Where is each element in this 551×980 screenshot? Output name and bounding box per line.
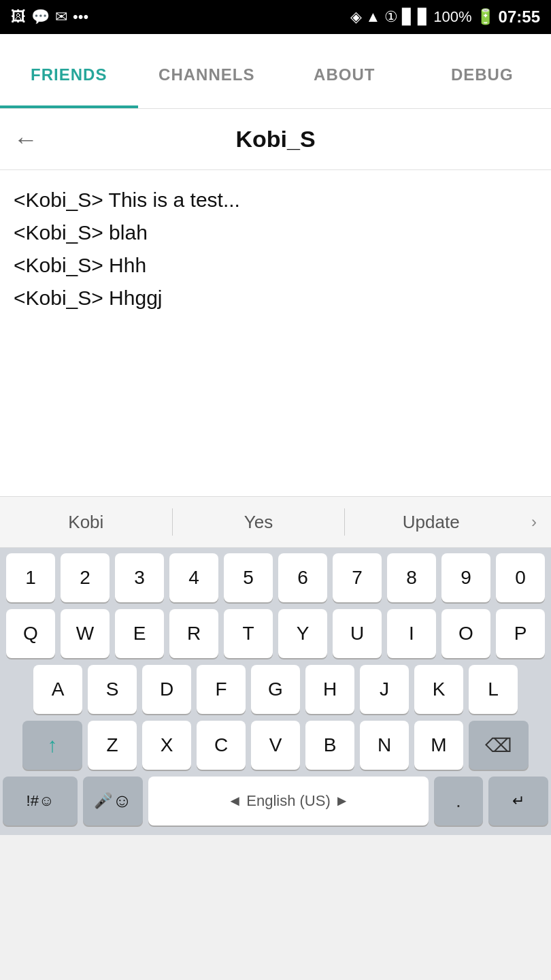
chat-message-3: <Kobi_S> Hhh [14,249,537,282]
key-h[interactable]: H [305,665,354,714]
key-n[interactable]: N [360,721,409,770]
image-icon: 🖼 [11,8,26,26]
tab-channels[interactable]: CHANNELS [138,34,276,108]
key-p[interactable]: P [496,609,545,658]
key-1[interactable]: 1 [6,553,55,602]
tab-about[interactable]: ABOUT [276,34,414,108]
special-chars-button[interactable]: !#☺ [3,777,78,826]
key-g[interactable]: G [251,665,300,714]
key-u[interactable]: U [333,609,382,658]
key-6[interactable]: 6 [278,553,327,602]
keyboard-row-qwerty: Q W E R T Y U I O P [3,609,548,658]
enter-button[interactable]: ↵ [488,777,548,826]
shift-icon: ↑ [48,734,58,757]
key-5[interactable]: 5 [224,553,273,602]
key-7[interactable]: 7 [333,553,382,602]
signal2-icon: ▊ [418,8,429,26]
emoji-icon: ☺ [112,790,132,812]
suggestion-kobi[interactable]: Kobi [0,512,172,533]
gmail-icon: ✉ [55,8,67,26]
key-e[interactable]: E [115,609,164,658]
key-k[interactable]: K [414,665,463,714]
key-x[interactable]: X [142,721,191,770]
key-z[interactable]: Z [88,721,137,770]
status-icons-right: ◈ ▲ ① ▊ ▊ 100% 🔋 07:55 [350,7,540,27]
location-icon: ◈ [350,8,362,26]
keyboard-row-numbers: 1 2 3 4 5 6 7 8 9 0 [3,553,548,602]
key-8[interactable]: 8 [387,553,436,602]
keyboard-row-asdf: A S D F G H J K L [3,665,548,714]
key-4[interactable]: 4 [169,553,218,602]
battery-icon: 🔋 [476,8,495,26]
suggestion-yes[interactable]: Yes [173,512,345,533]
keyboard-row-bottom: !#☺ 🎤 ☺ ◄ English (US) ► . ↵ [3,777,548,826]
tab-debug[interactable]: DEBUG [414,34,552,108]
status-time: 07:55 [499,7,540,27]
chat-message-2: <Kobi_S> blah [14,216,537,249]
more-icon: ••• [73,8,88,26]
key-f[interactable]: F [197,665,246,714]
key-3[interactable]: 3 [115,553,164,602]
key-c[interactable]: C [197,721,246,770]
key-r[interactable]: R [169,609,218,658]
whatsapp-icon: 💬 [31,8,50,26]
key-j[interactable]: J [360,665,409,714]
tab-friends[interactable]: FRIENDS [0,34,138,108]
period-key[interactable]: . [434,777,483,826]
key-d[interactable]: D [142,665,191,714]
status-bar: 🖼 💬 ✉ ••• ◈ ▲ ① ▊ ▊ 100% 🔋 07:55 [0,0,551,34]
key-i[interactable]: I [387,609,436,658]
keyboard: 1 2 3 4 5 6 7 8 9 0 Q W E R T Y U I O P … [0,548,551,835]
key-y[interactable]: Y [278,609,327,658]
backspace-button[interactable]: ⌫ [469,721,529,770]
key-l[interactable]: L [469,665,518,714]
back-button[interactable]: ← [14,125,38,154]
chat-message-1: <Kobi_S> This is a test... [14,184,537,216]
emoji-button[interactable]: 🎤 ☺ [83,777,143,826]
key-a[interactable]: A [33,665,82,714]
chat-area: <Kobi_S> This is a test... <Kobi_S> blah… [0,170,551,497]
shift-button[interactable]: ↑ [22,721,82,770]
suggestion-arrow[interactable]: › [517,512,551,532]
key-0[interactable]: 0 [496,553,545,602]
mic-icon: 🎤 [94,792,112,810]
suggestion-update[interactable]: Update [345,512,517,533]
keyboard-row-zxcv: ↑ Z X C V B N M ⌫ [3,721,548,770]
key-m[interactable]: M [414,721,463,770]
key-s[interactable]: S [88,665,137,714]
key-q[interactable]: Q [6,609,55,658]
chat-title: Kobi_S [235,126,315,152]
sim-icon: ① [384,8,398,26]
tab-bar: FRIENDS CHANNELS ABOUT DEBUG [0,34,551,109]
key-b[interactable]: B [305,721,354,770]
space-bar[interactable]: ◄ English (US) ► [148,777,429,826]
battery-percent: 100% [433,8,471,26]
key-2[interactable]: 2 [61,553,110,602]
chat-header: ← Kobi_S [0,109,551,170]
key-v[interactable]: V [251,721,300,770]
status-icons-left: 🖼 💬 ✉ ••• [11,8,88,26]
signal-icon: ▊ [402,8,414,26]
chat-message-4: <Kobi_S> Hhggj [14,282,537,314]
key-o[interactable]: O [441,609,490,658]
key-w[interactable]: W [61,609,110,658]
key-t[interactable]: T [224,609,273,658]
wifi-icon: ▲ [366,8,381,26]
suggestions-bar: Kobi Yes Update › [0,497,551,548]
key-9[interactable]: 9 [441,553,490,602]
